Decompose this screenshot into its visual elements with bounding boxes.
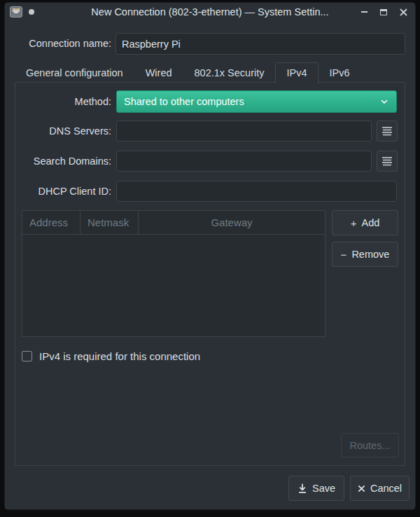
connection-name-label: Connection name: — [5, 33, 111, 55]
save-button-label: Save — [312, 483, 335, 494]
minimize-button[interactable] — [359, 7, 369, 17]
ipv4-tab-panel — [15, 82, 405, 466]
close-icon — [400, 8, 407, 16]
minimize-icon — [361, 11, 368, 13]
close-button[interactable] — [398, 7, 408, 17]
window-title: New Connection (802-3-ethernet) — System… — [5, 6, 415, 18]
tab-wired[interactable]: Wired — [134, 62, 183, 83]
connection-name-input[interactable] — [115, 33, 405, 55]
cancel-button[interactable]: Cancel — [350, 476, 410, 501]
cancel-button-label: Cancel — [370, 483, 402, 494]
tab-8021x-security[interactable]: 802.1x Security — [183, 62, 276, 83]
tab-ipv6[interactable]: IPv6 — [318, 62, 361, 83]
maximize-button[interactable] — [379, 7, 388, 17]
tab-general-configuration[interactable]: General configuration — [15, 62, 134, 83]
save-button[interactable]: Save — [288, 476, 344, 501]
tab-bar: General configuration Wired 802.1x Secur… — [15, 62, 361, 83]
x-icon — [358, 485, 365, 492]
save-download-icon — [298, 483, 307, 494]
maximize-icon — [380, 9, 387, 15]
dialog-window: New Connection (802-3-ethernet) — System… — [5, 3, 415, 509]
ethernet-port-icon — [9, 5, 23, 19]
pin-dot-icon — [29, 9, 34, 15]
tab-ipv4[interactable]: IPv4 — [275, 62, 318, 83]
titlebar[interactable]: New Connection (802-3-ethernet) — System… — [5, 3, 415, 21]
